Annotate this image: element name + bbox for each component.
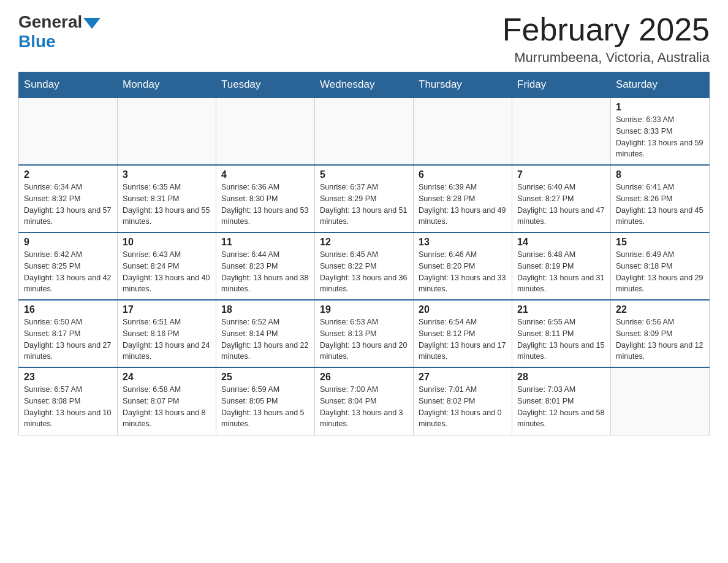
- calendar-cell: 22Sunrise: 6:56 AMSunset: 8:09 PMDayligh…: [611, 300, 710, 367]
- day-info: Sunrise: 6:39 AMSunset: 8:28 PMDaylight:…: [419, 182, 507, 228]
- calendar-cell: [611, 367, 710, 435]
- calendar-header-saturday: Saturday: [611, 72, 710, 98]
- day-number: 19: [320, 304, 408, 315]
- calendar-cell: 7Sunrise: 6:40 AMSunset: 8:27 PMDaylight…: [512, 165, 611, 232]
- day-number: 28: [517, 372, 605, 383]
- logo: General Blue: [18, 12, 100, 52]
- day-number: 9: [24, 237, 112, 248]
- calendar-cell: 23Sunrise: 6:57 AMSunset: 8:08 PMDayligh…: [19, 367, 118, 435]
- day-info: Sunrise: 6:43 AMSunset: 8:24 PMDaylight:…: [123, 249, 211, 295]
- day-number: 15: [616, 237, 704, 248]
- day-number: 3: [123, 169, 211, 180]
- day-number: 21: [517, 304, 605, 315]
- calendar-cell: 20Sunrise: 6:54 AMSunset: 8:12 PMDayligh…: [414, 300, 512, 367]
- day-info: Sunrise: 6:49 AMSunset: 8:18 PMDaylight:…: [616, 249, 704, 295]
- day-info: Sunrise: 6:44 AMSunset: 8:23 PMDaylight:…: [221, 249, 309, 295]
- day-number: 12: [320, 237, 408, 248]
- day-info: Sunrise: 6:52 AMSunset: 8:14 PMDaylight:…: [221, 316, 309, 362]
- day-number: 7: [517, 169, 605, 180]
- calendar-cell: [118, 98, 216, 165]
- calendar-cell: [19, 98, 118, 165]
- day-info: Sunrise: 6:42 AMSunset: 8:25 PMDaylight:…: [24, 249, 112, 295]
- day-number: 13: [419, 237, 507, 248]
- calendar-cell: 11Sunrise: 6:44 AMSunset: 8:23 PMDayligh…: [216, 232, 315, 300]
- day-info: Sunrise: 6:35 AMSunset: 8:31 PMDaylight:…: [123, 182, 211, 228]
- day-info: Sunrise: 6:58 AMSunset: 8:07 PMDaylight:…: [123, 384, 211, 430]
- calendar-cell: 17Sunrise: 6:51 AMSunset: 8:16 PMDayligh…: [118, 300, 216, 367]
- day-info: Sunrise: 6:33 AMSunset: 8:33 PMDaylight:…: [616, 114, 704, 160]
- day-number: 8: [616, 169, 704, 180]
- calendar-cell: 28Sunrise: 7:03 AMSunset: 8:01 PMDayligh…: [512, 367, 611, 435]
- calendar-header-row: SundayMondayTuesdayWednesdayThursdayFrid…: [19, 72, 710, 98]
- calendar-cell: 10Sunrise: 6:43 AMSunset: 8:24 PMDayligh…: [118, 232, 216, 300]
- day-number: 17: [123, 304, 211, 315]
- calendar-cell: [512, 98, 611, 165]
- day-number: 16: [24, 304, 112, 315]
- day-number: 2: [24, 169, 112, 180]
- day-number: 18: [221, 304, 309, 315]
- calendar-cell: 24Sunrise: 6:58 AMSunset: 8:07 PMDayligh…: [118, 367, 216, 435]
- calendar-cell: 25Sunrise: 6:59 AMSunset: 8:05 PMDayligh…: [216, 367, 315, 435]
- calendar-header-thursday: Thursday: [414, 72, 512, 98]
- day-number: 5: [320, 169, 408, 180]
- calendar-header-tuesday: Tuesday: [216, 72, 315, 98]
- calendar-cell: 26Sunrise: 7:00 AMSunset: 8:04 PMDayligh…: [315, 367, 414, 435]
- logo-general-text: General: [18, 12, 82, 32]
- page-header: General Blue February 2025 Murrumbeena, …: [18, 12, 710, 66]
- calendar-week-row: 9Sunrise: 6:42 AMSunset: 8:25 PMDaylight…: [19, 232, 710, 300]
- day-number: 6: [419, 169, 507, 180]
- calendar-cell: 12Sunrise: 6:45 AMSunset: 8:22 PMDayligh…: [315, 232, 414, 300]
- calendar-cell: 14Sunrise: 6:48 AMSunset: 8:19 PMDayligh…: [512, 232, 611, 300]
- logo-arrow-icon: [83, 18, 100, 29]
- day-number: 22: [616, 304, 704, 315]
- day-info: Sunrise: 6:41 AMSunset: 8:26 PMDaylight:…: [616, 182, 704, 228]
- day-number: 4: [221, 169, 309, 180]
- calendar-cell: [414, 98, 512, 165]
- day-info: Sunrise: 6:34 AMSunset: 8:32 PMDaylight:…: [24, 182, 112, 228]
- calendar-cell: 8Sunrise: 6:41 AMSunset: 8:26 PMDaylight…: [611, 165, 710, 232]
- day-info: Sunrise: 7:01 AMSunset: 8:02 PMDaylight:…: [419, 384, 507, 430]
- calendar-cell: 5Sunrise: 6:37 AMSunset: 8:29 PMDaylight…: [315, 165, 414, 232]
- day-info: Sunrise: 6:40 AMSunset: 8:27 PMDaylight:…: [517, 182, 605, 228]
- calendar-cell: 9Sunrise: 6:42 AMSunset: 8:25 PMDaylight…: [19, 232, 118, 300]
- calendar-week-row: 16Sunrise: 6:50 AMSunset: 8:17 PMDayligh…: [19, 300, 710, 367]
- calendar-cell: 13Sunrise: 6:46 AMSunset: 8:20 PMDayligh…: [414, 232, 512, 300]
- day-number: 1: [616, 102, 704, 113]
- title-section: February 2025 Murrumbeena, Victoria, Aus…: [502, 12, 710, 66]
- day-info: Sunrise: 6:53 AMSunset: 8:13 PMDaylight:…: [320, 316, 408, 362]
- day-number: 24: [123, 372, 211, 383]
- day-info: Sunrise: 6:57 AMSunset: 8:08 PMDaylight:…: [24, 384, 112, 430]
- calendar-header-sunday: Sunday: [19, 72, 118, 98]
- calendar-cell: 6Sunrise: 6:39 AMSunset: 8:28 PMDaylight…: [414, 165, 512, 232]
- day-info: Sunrise: 6:56 AMSunset: 8:09 PMDaylight:…: [616, 316, 704, 362]
- day-info: Sunrise: 6:45 AMSunset: 8:22 PMDaylight:…: [320, 249, 408, 295]
- day-number: 20: [419, 304, 507, 315]
- calendar-week-row: 23Sunrise: 6:57 AMSunset: 8:08 PMDayligh…: [19, 367, 710, 435]
- calendar-cell: 16Sunrise: 6:50 AMSunset: 8:17 PMDayligh…: [19, 300, 118, 367]
- calendar-week-row: 1Sunrise: 6:33 AMSunset: 8:33 PMDaylight…: [19, 98, 710, 165]
- calendar-cell: 1Sunrise: 6:33 AMSunset: 8:33 PMDaylight…: [611, 98, 710, 165]
- calendar-cell: 21Sunrise: 6:55 AMSunset: 8:11 PMDayligh…: [512, 300, 611, 367]
- logo-blue-text: Blue: [18, 32, 56, 51]
- month-title: February 2025: [502, 12, 710, 47]
- day-info: Sunrise: 6:37 AMSunset: 8:29 PMDaylight:…: [320, 182, 408, 228]
- calendar-cell: [216, 98, 315, 165]
- day-info: Sunrise: 6:51 AMSunset: 8:16 PMDaylight:…: [123, 316, 211, 362]
- day-number: 27: [419, 372, 507, 383]
- calendar-cell: 2Sunrise: 6:34 AMSunset: 8:32 PMDaylight…: [19, 165, 118, 232]
- calendar-cell: [315, 98, 414, 165]
- day-number: 25: [221, 372, 309, 383]
- location-text: Murrumbeena, Victoria, Australia: [502, 50, 710, 66]
- day-number: 11: [221, 237, 309, 248]
- calendar-cell: 15Sunrise: 6:49 AMSunset: 8:18 PMDayligh…: [611, 232, 710, 300]
- day-number: 26: [320, 372, 408, 383]
- logo-blue-part: [82, 15, 100, 29]
- calendar-header-wednesday: Wednesday: [315, 72, 414, 98]
- calendar-cell: 3Sunrise: 6:35 AMSunset: 8:31 PMDaylight…: [118, 165, 216, 232]
- day-info: Sunrise: 6:48 AMSunset: 8:19 PMDaylight:…: [517, 249, 605, 295]
- calendar-header-friday: Friday: [512, 72, 611, 98]
- day-info: Sunrise: 6:50 AMSunset: 8:17 PMDaylight:…: [24, 316, 112, 362]
- calendar-cell: 4Sunrise: 6:36 AMSunset: 8:30 PMDaylight…: [216, 165, 315, 232]
- day-number: 14: [517, 237, 605, 248]
- day-number: 23: [24, 372, 112, 383]
